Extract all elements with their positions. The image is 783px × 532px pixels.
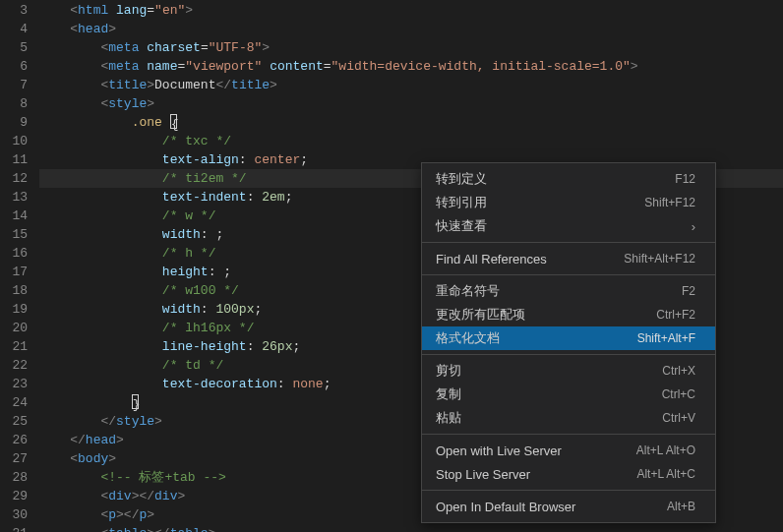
line-number: 26: [0, 431, 28, 449]
menu-item-label: 更改所有匹配项: [436, 306, 525, 324]
line-number: 12: [0, 169, 28, 188]
menu-item[interactable]: 复制Ctrl+C: [422, 383, 715, 406]
line-number: 8: [0, 94, 28, 113]
code-line[interactable]: .one {: [39, 113, 783, 132]
line-number: 7: [0, 76, 28, 94]
menu-item-shortcut: F12: [675, 172, 695, 186]
line-number: 5: [0, 38, 28, 57]
menu-item-label: 转到引用: [436, 194, 487, 211]
menu-item[interactable]: Find All ReferencesShift+Alt+F12: [422, 247, 715, 270]
menu-separator: [422, 354, 715, 355]
menu-item[interactable]: 快速查看›: [422, 214, 715, 238]
bracket-highlight: }: [132, 394, 139, 409]
menu-item-shortcut: Alt+L Alt+C: [636, 467, 695, 481]
menu-item[interactable]: 剪切Ctrl+X: [422, 359, 715, 383]
line-number: 28: [0, 468, 28, 487]
menu-item[interactable]: 转到定义F12: [422, 167, 715, 191]
menu-item-shortcut: Ctrl+C: [662, 387, 695, 401]
menu-separator: [422, 242, 715, 243]
menu-item[interactable]: 转到引用Shift+F12: [422, 191, 715, 214]
bracket-highlight: {: [170, 114, 177, 129]
line-number: 9: [0, 113, 28, 132]
menu-separator: [422, 274, 715, 275]
menu-item-shortcut: Shift+F12: [644, 196, 695, 209]
code-line[interactable]: <meta name="viewport" content="width=dev…: [39, 57, 783, 76]
menu-item-label: Open with Live Server: [436, 443, 562, 458]
menu-item[interactable]: 更改所有匹配项Ctrl+F2: [422, 303, 715, 326]
menu-item-label: 重命名符号: [436, 282, 500, 300]
menu-item-label: 剪切: [436, 362, 461, 380]
line-number: 29: [0, 487, 28, 505]
line-number: 27: [0, 449, 28, 468]
line-number: 23: [0, 375, 28, 393]
line-number: 30: [0, 505, 28, 524]
line-number-gutter: 3456789101112131415161718192021222324252…: [0, 0, 39, 532]
code-line[interactable]: <title>Document</title>: [39, 76, 783, 94]
menu-item-shortcut: Alt+B: [667, 500, 695, 513]
code-line[interactable]: <style>: [39, 94, 783, 113]
line-number: 22: [0, 356, 28, 375]
menu-item-shortcut: Shift+Alt+F12: [624, 252, 695, 266]
menu-item-shortcut: Ctrl+F2: [656, 308, 695, 322]
line-number: 21: [0, 337, 28, 356]
line-number: 19: [0, 300, 28, 319]
line-number: 18: [0, 281, 28, 300]
menu-item-shortcut: Ctrl+V: [662, 411, 695, 425]
menu-item[interactable]: Open with Live ServerAlt+L Alt+O: [422, 439, 715, 462]
code-line[interactable]: <table></table>: [39, 524, 783, 532]
menu-item-label: 复制: [436, 385, 461, 403]
menu-item-shortcut: Alt+L Alt+O: [636, 443, 695, 457]
context-menu: 转到定义F12转到引用Shift+F12快速查看›Find All Refere…: [421, 162, 716, 523]
line-number: 3: [0, 1, 28, 20]
menu-item[interactable]: 重命名符号F2: [422, 279, 715, 303]
menu-item-label: Find All References: [436, 252, 547, 266]
menu-item-label: Stop Live Server: [436, 467, 530, 482]
line-number: 14: [0, 207, 28, 225]
menu-item-label: 粘贴: [436, 409, 461, 427]
menu-item[interactable]: 格式化文档Shift+Alt+F: [422, 326, 715, 350]
line-number: 11: [0, 150, 28, 169]
code-line[interactable]: /* txc */: [39, 132, 783, 150]
menu-separator: [422, 434, 715, 435]
line-number: 31: [0, 524, 28, 532]
line-number: 20: [0, 319, 28, 337]
menu-item-shortcut: Shift+Alt+F: [637, 331, 695, 345]
line-number: 25: [0, 412, 28, 431]
menu-item-label: Open In Default Browser: [436, 500, 575, 514]
line-number: 17: [0, 263, 28, 281]
code-line[interactable]: <html lang="en">: [39, 1, 783, 20]
line-number: 13: [0, 188, 28, 207]
menu-item-label: 转到定义: [436, 170, 487, 188]
line-number: 16: [0, 244, 28, 263]
line-number: 15: [0, 225, 28, 244]
menu-item-label: 格式化文档: [436, 329, 500, 347]
line-number: 6: [0, 57, 28, 76]
menu-item-shortcut: Ctrl+X: [662, 364, 695, 378]
menu-item-label: 快速查看: [436, 217, 487, 235]
chevron-right-icon: ›: [692, 219, 695, 234]
line-number: 4: [0, 20, 28, 38]
menu-separator: [422, 490, 715, 491]
menu-item[interactable]: Stop Live ServerAlt+L Alt+C: [422, 462, 715, 486]
code-line[interactable]: <head>: [39, 20, 783, 38]
line-number: 24: [0, 393, 28, 412]
menu-item[interactable]: 粘贴Ctrl+V: [422, 406, 715, 430]
menu-item[interactable]: Open In Default BrowserAlt+B: [422, 495, 715, 518]
line-number: 10: [0, 132, 28, 150]
code-line[interactable]: <meta charset="UTF-8">: [39, 38, 783, 57]
menu-item-shortcut: F2: [682, 284, 695, 298]
